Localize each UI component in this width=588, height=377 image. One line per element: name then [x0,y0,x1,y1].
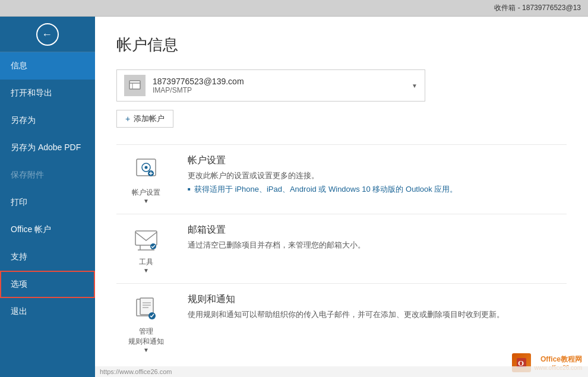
url-bar: https://www.office26.com [95,366,588,377]
plus-icon: + [125,114,130,123]
top-bar: 收件箱 - 18739776523@13 [0,0,588,17]
sidebar-items-container: 信息打开和导出另存为另存为 Adobe PDF保存附件打印Office 帐户支持… [0,52,95,325]
sidebar-back-area: ← [0,17,95,52]
sidebar-item-info[interactable]: 信息 [0,52,95,80]
section-text-rules-notifications: 规则和通知使用规则和通知可以帮助组织你的传入电子邮件，并可在添加、更改或删除项目… [188,293,567,321]
sidebar-item-save-attachment: 保存附件 [0,161,95,189]
sidebar-item-support[interactable]: 支持 [0,243,95,271]
svg-rect-9 [135,231,157,245]
section-icon-arrow-account-settings: ▼ [143,198,149,204]
section-icon-arrow-rules-notifications: ▼ [143,347,149,353]
section-link-account-settings[interactable]: 获得适用于 iPhone、iPad、Android 或 Windows 10 移… [188,184,567,195]
section-text-mailbox-settings: 邮箱设置通过清空已删除项目并存档，来管理您的邮箱大小。 [188,224,567,251]
section-desc-account-settings: 更改此帐户的设置或设置更多的连接。 [188,170,567,182]
section-title-mailbox-settings: 邮箱设置 [188,224,567,236]
section-mailbox-settings: 工具▼邮箱设置通过清空已删除项目并存档，来管理您的邮箱大小。 [116,214,567,283]
section-rules-notifications: 管理 规则和通知▼规则和通知使用规则和通知可以帮助组织你的传入电子邮件，并可在添… [116,283,567,363]
url-text: https://www.office26.com [100,368,172,375]
add-account-button[interactable]: + 添加帐户 [116,110,173,128]
section-desc-rules-notifications: 使用规则和通知可以帮助组织你的传入电子邮件，并可在添加、更改或删除项目时收到更新… [188,309,567,321]
main-layout: ← 信息打开和导出另存为另存为 Adobe PDF保存附件打印Office 帐户… [0,17,588,377]
section-title-rules-notifications: 规则和通知 [188,293,567,306]
svg-rect-15 [140,298,153,315]
page-title: 帐户信息 [116,34,567,55]
section-icon-arrow-mailbox-settings: ▼ [143,267,149,274]
section-icon-label-mailbox-settings: 工具 [139,257,153,267]
back-arrow-icon: ← [42,29,52,40]
svg-rect-0 [129,81,140,89]
window-title: 收件箱 - 18739776523@13 [494,3,581,13]
section-title-account-settings: 帐户设置 [188,154,567,167]
account-info: 18739776523@139.com IMAP/SMTP [153,77,407,94]
sidebar-item-open-export[interactable]: 打开和导出 [0,80,95,107]
section-icon-box-rules-notifications[interactable]: 管理 规则和通知▼ [116,293,176,353]
sidebar-item-save-as[interactable]: 另存为 [0,107,95,134]
account-dropdown-icon: ▼ [412,83,418,89]
svg-point-5 [145,166,148,169]
section-icon-account-settings [131,154,162,185]
section-icon-label-rules-notifications: 管理 规则和通知 [128,327,164,347]
account-selector[interactable]: 18739776523@139.com IMAP/SMTP ▼ [116,69,425,102]
section-account-settings: 帐户设置▼帐户设置更改此帐户的设置或设置更多的连接。获得适用于 iPhone、i… [116,144,567,214]
watermark-site-name: Office教程网 [535,354,582,365]
sections-container: 帐户设置▼帐户设置更改此帐户的设置或设置更多的连接。获得适用于 iPhone、i… [116,144,567,363]
sidebar-item-save-adobe[interactable]: 另存为 Adobe PDF [0,134,95,161]
section-icon-box-account-settings[interactable]: 帐户设置▼ [116,154,176,204]
account-type: IMAP/SMTP [153,86,407,94]
add-account-label: 添加帐户 [134,113,165,124]
sidebar-item-office-account[interactable]: Office 帐户 [0,216,95,243]
sidebar-item-exit[interactable]: 退出 [0,298,95,325]
account-email: 18739776523@139.com [153,77,407,86]
content-area: 帐户信息 18739776523@139.com IMAP/SMTP ▼ + 添… [95,17,588,377]
back-button[interactable]: ← [36,23,59,46]
sidebar: ← 信息打开和导出另存为另存为 Adobe PDF保存附件打印Office 帐户… [0,17,95,377]
section-icon-label-account-settings: 帐户设置 [132,188,160,198]
section-text-account-settings: 帐户设置更改此帐户的设置或设置更多的连接。获得适用于 iPhone、iPad、A… [188,154,567,195]
sidebar-item-options[interactable]: 选项 [0,271,95,298]
sidebar-item-print[interactable]: 打印 [0,189,95,216]
section-icon-rules-notifications [131,293,162,324]
section-icon-mailbox-settings [131,224,162,255]
section-icon-box-mailbox-settings[interactable]: 工具▼ [116,224,176,274]
account-icon [124,75,146,96]
section-desc-mailbox-settings: 通过清空已删除项目并存档，来管理您的邮箱大小。 [188,239,567,251]
